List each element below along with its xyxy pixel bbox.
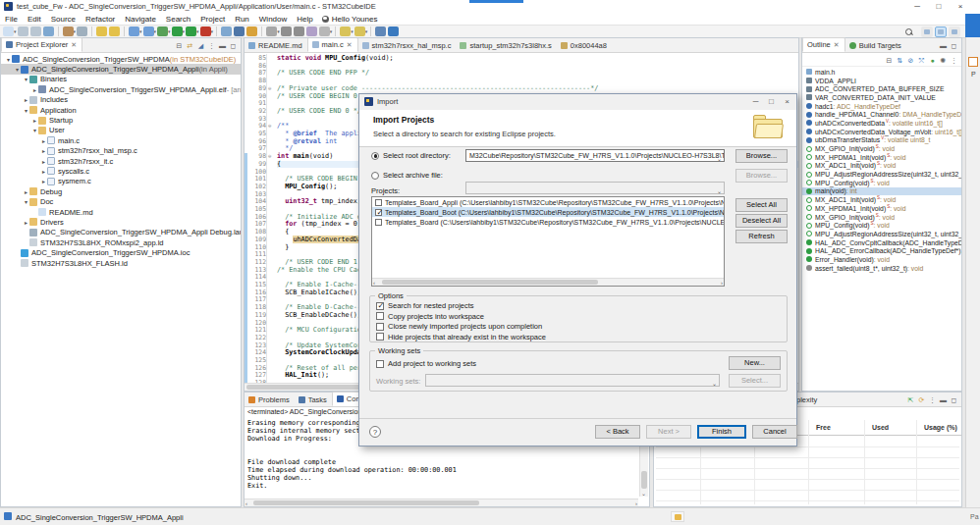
outline-item[interactable]: main(void) : int: [802, 187, 961, 196]
hide-static-icon[interactable]: ⤲: [917, 56, 926, 65]
tree-item[interactable]: STM32H7S3L8HX_ROMxspi2_app.ld: [1, 237, 241, 247]
tree-expander-icon[interactable]: ▸: [23, 96, 29, 103]
project-checkbox[interactable]: [375, 219, 382, 226]
tree-expander-icon[interactable]: ▾: [31, 127, 38, 133]
tree-expander-icon[interactable]: ▸: [40, 137, 47, 144]
menu-run[interactable]: Run: [230, 15, 254, 24]
outline-item[interactable]: VAR_CONVERTED_DATA_INIT_VALUE: [802, 93, 961, 102]
tree-expander-icon[interactable]: ▾: [23, 107, 29, 114]
help-button[interactable]: ?: [369, 426, 381, 438]
menu-project[interactable]: Project: [195, 15, 230, 24]
code-line[interactable]: 87/* USER CODE END PFP */: [245, 70, 798, 78]
new-wizard-icon[interactable]: [3, 26, 14, 36]
filter-icon[interactable]: ◢: [196, 41, 205, 50]
analyzer-minimize-icon[interactable]: ▬: [939, 395, 948, 404]
new-working-set-button[interactable]: New...: [729, 356, 781, 370]
console-hscrollbar[interactable]: ‹ ›: [245, 499, 638, 506]
option-checkbox[interactable]: [376, 312, 384, 320]
maximize-button[interactable]: □: [931, 1, 947, 12]
cancel-button[interactable]: Cancel: [752, 425, 797, 439]
tree-item[interactable]: ▾Binaries: [1, 75, 241, 84]
select-all-button[interactable]: Select All: [735, 198, 788, 212]
menu-window[interactable]: Window: [254, 15, 292, 24]
dialog-maximize-button[interactable]: □: [764, 96, 779, 108]
new-c-project-icon-dropdown[interactable]: ▾: [139, 28, 142, 34]
tree-expander-icon[interactable]: ▸: [40, 147, 47, 154]
menu-search[interactable]: Search: [161, 15, 195, 24]
editor-tab-main-c[interactable]: main.c✕: [307, 38, 358, 52]
outline-item[interactable]: MPU_AdjustRegionAddressSize(uint32_t, ui…: [802, 230, 961, 238]
outline-item[interactable]: MX_ADC1_Init(void)S : void: [802, 162, 961, 171]
profile-icon-dropdown[interactable]: ▾: [196, 28, 199, 34]
editor-tab-readme-md[interactable]: README.md: [245, 39, 307, 52]
tree-expander-icon[interactable]: ▸: [40, 158, 47, 165]
analyzer-view-menu-icon[interactable]: ⋮: [928, 395, 937, 404]
tree-item[interactable]: ADC_SingleConversion_TriggerSW_HPDMA_App…: [1, 228, 241, 237]
outline-minimize-icon[interactable]: ▬: [939, 41, 948, 50]
tree-item[interactable]: ▾ADC_SingleConversion_TriggerSW_HPDMA (i…: [1, 54, 241, 64]
last-edit-icon[interactable]: [306, 26, 317, 36]
project-checkbox[interactable]: [375, 209, 382, 216]
new-c-project-icon[interactable]: [129, 26, 139, 36]
save-all-icon[interactable]: [30, 26, 41, 36]
debug-perspective-icon[interactable]: [949, 26, 960, 37]
c-cpp-perspective-icon[interactable]: [935, 26, 947, 37]
editor-tab-0x80044a8[interactable]: 0x80044a8: [557, 39, 612, 52]
tree-item[interactable]: ▸Drivers: [1, 217, 241, 227]
debug-icon-dropdown[interactable]: ▾: [168, 28, 171, 34]
tree-item[interactable]: ▾ADC_SingleConversion_TriggerSW_HPDMA_Ap…: [1, 64, 241, 74]
tab-problems[interactable]: Problems: [245, 394, 295, 406]
next-annotation-icon[interactable]: [294, 26, 304, 36]
tree-item[interactable]: ▾Doc: [1, 196, 241, 206]
tree-expander-icon[interactable]: ▸: [23, 188, 29, 195]
tree-item[interactable]: ▸main.c: [1, 135, 241, 145]
menu-navigate[interactable]: Navigate: [120, 15, 161, 24]
tree-item[interactable]: ▸ADC_SingleConversion_TriggerSW_HPDMA_Ap…: [1, 84, 241, 94]
editor-tab-stm32h7rsxx-hal-msp-c[interactable]: stm32h7rsxx_hal_msp.c: [358, 39, 457, 52]
save-icon[interactable]: [18, 26, 28, 36]
fold-marker-icon[interactable]: ⊖: [268, 153, 275, 161]
minimize-button[interactable]: ─: [909, 1, 925, 12]
dialog-close-button[interactable]: ×: [780, 96, 794, 108]
editor-tab-startup-stm32h7s3l8hx-s[interactable]: startup_stm32h7s3l8hx.s: [456, 39, 556, 52]
pin-icon[interactable]: [319, 26, 330, 36]
add-working-sets-checkbox[interactable]: [376, 360, 384, 368]
fold-marker-icon[interactable]: ⊖: [268, 85, 275, 93]
browse-root-button[interactable]: Browse...: [735, 149, 788, 163]
tree-expander-icon[interactable]: ▸: [40, 178, 47, 184]
project-checkbox[interactable]: [375, 199, 382, 206]
project-list-row[interactable]: Templates_Board_Boot (C:\Users\lahbiby1\…: [372, 207, 724, 217]
info-icon[interactable]: [388, 26, 399, 36]
pin-icon-dropdown[interactable]: ▾: [330, 28, 333, 34]
outline-item[interactable]: ubDmaTransferStatusV : volatile uint8_t: [802, 136, 961, 145]
undo-icon[interactable]: [96, 26, 107, 36]
tree-expander-icon[interactable]: ▸: [31, 117, 38, 124]
root-directory-radio[interactable]: [371, 152, 379, 160]
outline-item[interactable]: MX_HPDMA1_Init(void)S : void: [802, 204, 961, 213]
forward-icon[interactable]: [354, 26, 365, 36]
project-list-row[interactable]: Templates_Board_Appli (C:\Users\lahbiby1…: [372, 197, 724, 207]
outline-item[interactable]: Error_Handler(void) : void: [802, 255, 961, 264]
outline-item[interactable]: MX_GPIO_Init(void)S : void: [802, 144, 961, 153]
build-icon[interactable]: [63, 26, 74, 36]
back-icon[interactable]: [340, 26, 351, 36]
root-directory-combo[interactable]: M32Cube\Repository\STM32Cube_FW_H7RS_V1.…: [465, 149, 725, 162]
outline-item[interactable]: MX_ADC1_Init(void)S : void: [802, 195, 961, 204]
menu-refactor[interactable]: Refactor: [81, 15, 120, 24]
back-icon-dropdown[interactable]: ▾: [351, 28, 354, 34]
projects-list-hscrollbar[interactable]: ‹›: [372, 278, 724, 286]
menu-edit[interactable]: Edit: [23, 15, 46, 24]
profile-icon[interactable]: [186, 26, 196, 36]
run-icon[interactable]: [172, 26, 183, 36]
tree-item[interactable]: ▸stm32h7rsxx_it.c: [1, 156, 241, 166]
outline-view-menu-icon[interactable]: ⋮: [950, 56, 958, 65]
new-wizard-icon-dropdown[interactable]: ▾: [14, 28, 17, 34]
export-icon[interactable]: ⇱: [906, 395, 915, 404]
collapse-all-outline-icon[interactable]: ⊟: [885, 56, 894, 65]
tree-item[interactable]: ▸syscalls.c: [1, 166, 241, 176]
code-line[interactable]: 85static void MPU_Config(void);: [245, 55, 798, 63]
open-element-icon[interactable]: [246, 26, 257, 36]
sort-icon[interactable]: ⇅: [896, 56, 904, 65]
outline-item[interactable]: MPU_Config(void)S : void: [802, 179, 961, 187]
build-all-icon[interactable]: [77, 26, 87, 36]
